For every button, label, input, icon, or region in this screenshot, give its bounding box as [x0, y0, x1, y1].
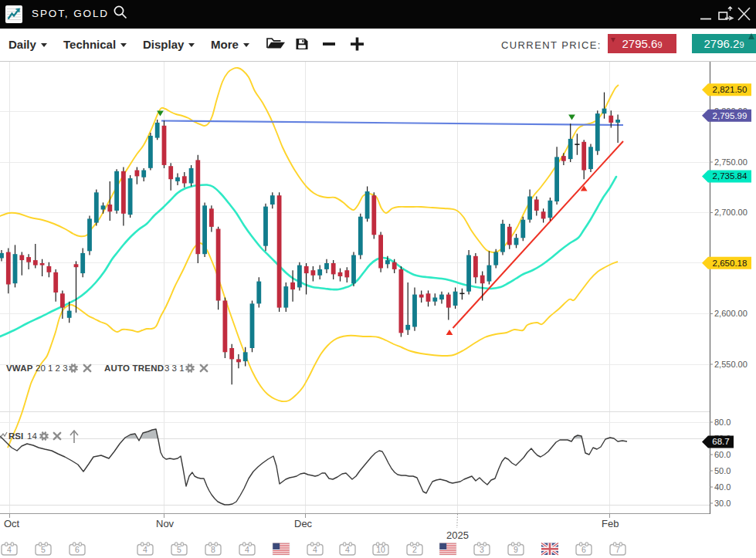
- svg-text:14: 14: [27, 431, 37, 441]
- svg-text:2,795.99: 2,795.99: [713, 111, 748, 120]
- svg-text:2: 2: [412, 545, 417, 554]
- svg-text:10: 10: [376, 545, 385, 554]
- svg-text:4: 4: [7, 545, 12, 554]
- svg-text:5: 5: [177, 545, 181, 554]
- svg-text:Feb: Feb: [602, 518, 619, 529]
- svg-text:30.0: 30.0: [714, 499, 731, 508]
- svg-text:2,735.84: 2,735.84: [713, 171, 748, 181]
- svg-text:2,700.00: 2,700.00: [714, 208, 748, 217]
- svg-text:9: 9: [514, 545, 518, 554]
- svg-text:3 3 1: 3 3 1: [164, 364, 185, 373]
- svg-text:4: 4: [143, 545, 147, 554]
- svg-text:6: 6: [75, 545, 80, 554]
- svg-text:2,550.00: 2,550.00: [714, 360, 748, 369]
- svg-text:4: 4: [245, 545, 249, 554]
- svg-text:2,600.00: 2,600.00: [714, 309, 748, 318]
- svg-text:2025: 2025: [446, 529, 469, 541]
- svg-text:50.0: 50.0: [714, 466, 731, 475]
- svg-text:3: 3: [480, 545, 484, 554]
- svg-text:VWAP: VWAP: [6, 364, 33, 373]
- svg-text:68.7: 68.7: [712, 437, 729, 446]
- svg-text:RSI: RSI: [8, 431, 23, 441]
- svg-text:5: 5: [41, 545, 46, 554]
- svg-text:80.0: 80.0: [714, 418, 731, 427]
- svg-text:Dec: Dec: [294, 518, 313, 529]
- svg-text:6: 6: [581, 545, 586, 554]
- svg-text:4: 4: [313, 545, 317, 554]
- svg-text:7: 7: [615, 545, 620, 554]
- svg-text:2,650.18: 2,650.18: [713, 259, 748, 268]
- svg-text:4: 4: [345, 545, 350, 554]
- svg-text:40.0: 40.0: [714, 482, 731, 492]
- svg-text:AUTO TREND: AUTO TREND: [104, 364, 164, 373]
- svg-text:2,750.00: 2,750.00: [714, 157, 748, 167]
- svg-text:60.0: 60.0: [714, 450, 731, 459]
- svg-text:8: 8: [211, 545, 215, 554]
- svg-text:2,821.50: 2,821.50: [713, 85, 748, 94]
- svg-text:Oct: Oct: [4, 518, 20, 529]
- svg-text:Nov: Nov: [156, 518, 175, 529]
- svg-text:20 1 2 3: 20 1 2 3: [36, 364, 68, 373]
